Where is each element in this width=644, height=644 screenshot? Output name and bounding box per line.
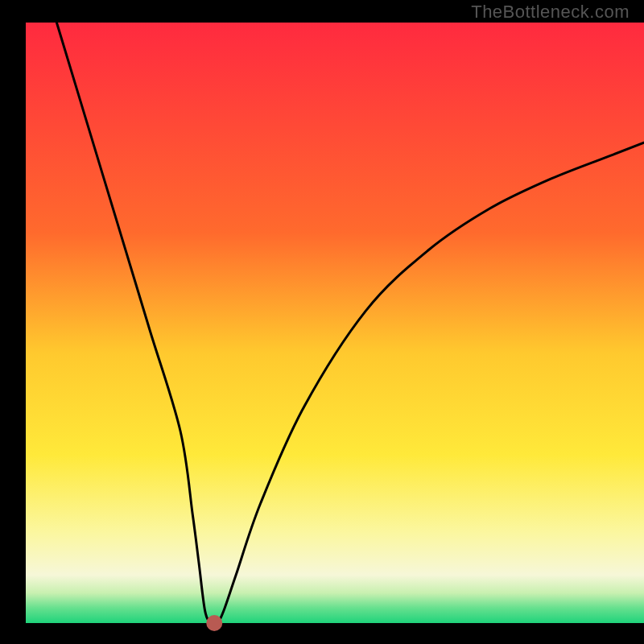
chart-container: TheBottleneck.com	[0, 0, 644, 644]
minimum-marker	[206, 615, 222, 631]
bottleneck-chart	[0, 0, 644, 644]
plot-background	[26, 23, 644, 623]
watermark-text: TheBottleneck.com	[471, 2, 630, 23]
